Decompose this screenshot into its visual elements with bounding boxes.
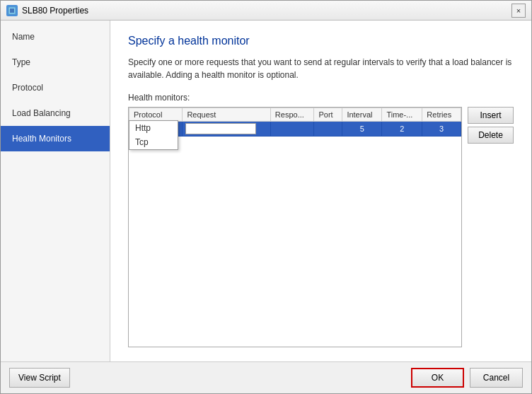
- ok-button[interactable]: OK: [411, 368, 464, 388]
- timeout-value: 2: [400, 124, 404, 133]
- table-header-row: Protocol Request Respo... Port Interval …: [129, 108, 461, 122]
- protocol-dropdown-menu: Http Tcp: [129, 120, 178, 150]
- page-title: Specify a health monitor: [128, 35, 514, 47]
- cancel-button[interactable]: Cancel: [470, 368, 523, 388]
- interval-value: 5: [360, 124, 364, 133]
- col-timeout: Time-...: [382, 108, 422, 122]
- window-title: SLB80 Properties: [22, 6, 88, 16]
- insert-button[interactable]: Insert: [468, 107, 514, 124]
- view-script-button[interactable]: View Script: [9, 368, 70, 388]
- col-retries: Retries: [422, 108, 461, 122]
- sidebar-item-protocol[interactable]: Protocol: [1, 75, 110, 100]
- col-port: Port: [314, 108, 342, 122]
- dropdown-option-http[interactable]: Http: [129, 121, 178, 135]
- health-monitors-table-container: Protocol Request Respo... Port Interval …: [128, 107, 462, 347]
- window-icon: [6, 5, 18, 16]
- sidebar-item-health-monitors[interactable]: Health Monitors: [1, 126, 110, 151]
- sidebar-item-load-balancing[interactable]: Load Balancing: [1, 100, 110, 126]
- col-protocol: Protocol: [129, 108, 183, 122]
- request-input[interactable]: [185, 123, 256, 134]
- col-request: Request: [183, 108, 270, 122]
- dropdown-option-tcp[interactable]: Tcp: [129, 135, 178, 149]
- protocol-cell: ▼ Http Tcp: [129, 122, 183, 137]
- main-panel: Specify a health monitor Specify one or …: [110, 21, 531, 361]
- health-monitors-table: Protocol Request Respo... Port Interval …: [129, 108, 461, 137]
- timeout-cell: 2: [382, 122, 422, 137]
- sidebar: Name Type Protocol Load Balancing Health…: [1, 21, 110, 361]
- table-action-buttons: Insert Delete: [468, 107, 514, 347]
- bottom-bar: View Script OK Cancel: [1, 361, 531, 393]
- request-cell: [183, 122, 270, 137]
- col-response: Respo...: [270, 108, 314, 122]
- title-bar: SLB80 Properties ×: [1, 1, 531, 21]
- retries-cell: 3: [422, 122, 461, 137]
- interval-cell: 5: [342, 122, 382, 137]
- delete-button[interactable]: Delete: [468, 127, 514, 144]
- svg-rect-1: [10, 8, 14, 13]
- sidebar-item-type[interactable]: Type: [1, 50, 110, 75]
- close-button[interactable]: ×: [511, 4, 526, 18]
- sidebar-item-name[interactable]: Name: [1, 24, 110, 50]
- main-window: SLB80 Properties × Name Type Protocol Lo…: [0, 0, 532, 394]
- bottom-right-buttons: OK Cancel: [411, 368, 523, 388]
- retries-value: 3: [439, 124, 444, 133]
- table-row: ▼ Http Tcp: [129, 122, 461, 137]
- content-area: Name Type Protocol Load Balancing Health…: [1, 21, 531, 361]
- port-cell: [314, 122, 342, 137]
- response-cell: [270, 122, 314, 137]
- table-action-area: Protocol Request Respo... Port Interval …: [128, 107, 514, 347]
- section-label: Health monitors:: [128, 93, 514, 103]
- col-interval: Interval: [342, 108, 382, 122]
- title-bar-left: SLB80 Properties: [6, 5, 88, 16]
- page-description: Specify one or more requests that you wa…: [128, 56, 514, 81]
